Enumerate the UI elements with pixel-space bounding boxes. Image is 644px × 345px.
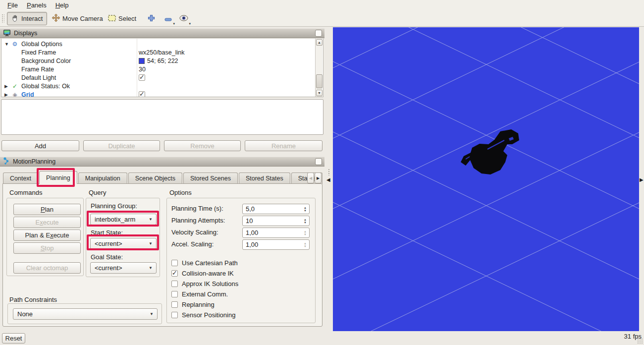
motionplanning-panel-titlebar[interactable]: MotionPlanning (0, 157, 324, 167)
zoom-in-tool-button[interactable] (146, 14, 157, 24)
menu-file[interactable]: File (3, 1, 22, 9)
motionplanning-panel-title: MotionPlanning (13, 158, 55, 165)
frame-rate-value[interactable]: 30 (139, 66, 146, 73)
use-cartesian-path-checkbox[interactable] (171, 260, 178, 266)
window-resize-grip[interactable] (637, 338, 643, 344)
collision-aware-ik-checkbox[interactable] (171, 270, 178, 277)
planning-group-combo[interactable]: interbotix_arm ▼ (90, 214, 157, 225)
select-tool-button[interactable]: Select (104, 12, 140, 25)
motionplanning-tabbar: Context Planning Manipulation Scene Obje… (3, 171, 324, 184)
rviz-window: File Panels Help Interact Move Camera Se… (0, 0, 644, 345)
tree-row-grid[interactable]: ▶ ◈ Grid (1, 90, 316, 97)
splitter-collapse-left-icon[interactable]: ◀ (326, 177, 330, 182)
splitter-grip[interactable] (328, 169, 330, 175)
execute-button[interactable]: Execute (13, 217, 81, 228)
tree-label: Global Status: Ok (21, 83, 70, 90)
tree-row-frame-rate[interactable]: Frame Rate 30 (1, 65, 316, 73)
path-constraints-combo[interactable]: None ▼ (13, 308, 158, 320)
tab-scroll-right-icon[interactable]: ▶ (315, 172, 322, 183)
view-tool-button[interactable]: ▾ (178, 14, 189, 24)
tree-label: Fixed Frame (21, 49, 56, 56)
interact-tool-label: Interact (21, 15, 43, 22)
external-comm-checkbox[interactable] (171, 291, 178, 297)
add-display-button[interactable]: Add (1, 140, 79, 151)
sensor-positioning-row: Sensor Positioning (171, 311, 235, 319)
path-constraints-value: None (17, 310, 33, 318)
tab-stored-scenes[interactable]: Stored Scenes (183, 172, 238, 184)
motionplanning-float-button[interactable] (315, 158, 322, 165)
tree-row-background-color[interactable]: Background Color 54; 65; 222 (1, 57, 316, 65)
duplicate-display-button[interactable]: Duplicate (83, 140, 160, 151)
velocity-scaling-spinner[interactable]: 1,00 ▲▼ (242, 228, 310, 238)
tab-manipulation[interactable]: Manipulation (78, 172, 127, 184)
minus-dropdown-arrow-icon[interactable]: ▾ (173, 22, 175, 26)
tree-row-global-status[interactable]: ▶ ✓ Global Status: Ok (1, 82, 316, 90)
reset-button[interactable]: Reset (2, 333, 25, 344)
spinner-arrows-icon[interactable]: ▲▼ (302, 228, 308, 237)
tab-scroll-left-icon[interactable]: ◀ (307, 172, 314, 183)
expander-down-icon[interactable]: ▼ (4, 42, 9, 47)
options-group: Planning Time (s): 5,0 ▲▼ Planning Attem… (166, 198, 316, 323)
fps-counter: 31 fps (607, 333, 642, 340)
tab-planning[interactable]: Planning (39, 171, 77, 184)
query-section-label: Query (89, 189, 106, 196)
accel-scaling-spinner[interactable]: 1,00 ▲▼ (242, 239, 310, 250)
sensor-positioning-checkbox[interactable] (171, 312, 178, 318)
remove-display-button[interactable]: Remove (164, 140, 241, 151)
planning-attempts-spinner[interactable]: 10 ▲▼ (242, 216, 310, 226)
planning-group-value: interbotix_arm (95, 216, 135, 223)
plan-and-execute-button[interactable]: Plan & Execute (13, 230, 81, 241)
tab-stored-states[interactable]: Stored States (239, 172, 290, 184)
spinner-arrows-icon[interactable]: ▲▼ (302, 204, 308, 214)
goal-state-combo[interactable]: <current> ▼ (90, 262, 157, 274)
clear-octomap-button[interactable]: Clear octomap (13, 262, 81, 274)
tree-row-fixed-frame[interactable]: Fixed Frame wx250/base_link (1, 48, 316, 57)
interact-tool-button[interactable]: Interact (7, 12, 47, 25)
grid-checkbox[interactable] (139, 91, 145, 97)
toolbar: Interact Move Camera Select ▾ (0, 10, 644, 27)
chevron-down-icon: ▼ (149, 241, 153, 246)
3d-viewport[interactable] (333, 27, 639, 331)
measure-tool-button[interactable]: ▾ (162, 14, 173, 24)
splitter-collapse-right-icon[interactable]: ▶ (640, 177, 644, 182)
menu-help[interactable]: Help (51, 1, 73, 9)
start-state-value: <current> (95, 240, 122, 247)
background-color-value[interactable]: 54; 65; 222 (139, 58, 178, 64)
tree-label: Global Options (21, 41, 62, 48)
replanning-checkbox[interactable] (171, 301, 178, 308)
stop-button[interactable]: Stop (13, 242, 81, 254)
robot-arm-silhouette (461, 129, 519, 174)
default-light-checkbox[interactable] (139, 74, 145, 81)
menu-panels[interactable]: Panels (22, 1, 51, 9)
scroll-up-icon[interactable]: ▲ (316, 39, 322, 46)
sensor-positioning-label: Sensor Positioning (182, 311, 235, 319)
displays-tree[interactable]: ▼ ⚙ Global Options Fixed Frame wx250/bas… (1, 39, 323, 97)
spinner-arrows-icon[interactable]: ▲▼ (302, 216, 308, 226)
toolbar-grip[interactable] (1, 14, 4, 23)
tab-context[interactable]: Context (3, 172, 38, 184)
tree-row-global-options[interactable]: ▼ ⚙ Global Options (1, 40, 316, 48)
displays-float-button[interactable] (315, 30, 322, 37)
move-camera-tool-button[interactable]: Move Camera (48, 12, 107, 25)
start-state-combo[interactable]: <current> ▼ (90, 238, 157, 249)
tree-row-default-light[interactable]: Default Light (1, 73, 316, 82)
planning-time-spinner[interactable]: 5,0 ▲▼ (242, 204, 310, 214)
spinner-arrows-icon[interactable]: ▲▼ (302, 240, 308, 249)
approx-ik-solutions-checkbox[interactable] (171, 281, 178, 287)
collision-aware-ik-row: Collision-aware IK (171, 270, 234, 277)
view-dropdown-arrow-icon[interactable]: ▾ (189, 22, 191, 26)
displays-panel-titlebar[interactable]: Displays (0, 28, 324, 38)
replanning-label: Replanning (182, 301, 215, 308)
display-description-box (1, 99, 323, 135)
color-swatch (139, 58, 145, 64)
displays-scrollbar[interactable]: ▲ ▼ (315, 39, 322, 97)
fixed-frame-value[interactable]: wx250/base_link (139, 49, 184, 56)
scrollbar-thumb[interactable] (316, 74, 322, 88)
expander-right-icon[interactable]: ▶ (4, 84, 9, 89)
tab-scene-objects[interactable]: Scene Objects (128, 172, 182, 184)
rename-display-button[interactable]: Rename (245, 140, 322, 151)
expander-right-icon[interactable]: ▶ (4, 92, 9, 97)
plan-button[interactable]: Plan (13, 204, 81, 215)
commands-section-label: Commands (9, 189, 42, 196)
scroll-down-icon[interactable]: ▼ (316, 90, 322, 96)
